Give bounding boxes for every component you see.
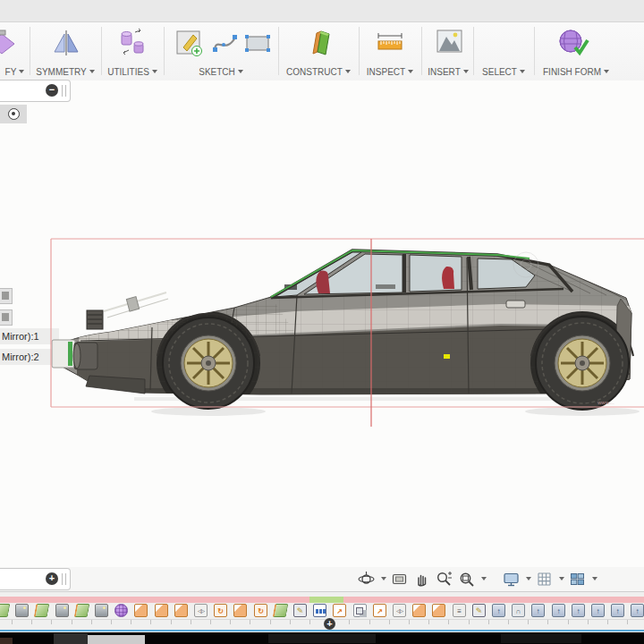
- car-glasshouse[interactable]: [271, 250, 572, 298]
- timeline-feature-stitch[interactable]: [453, 604, 466, 617]
- timeline-feature-extrude[interactable]: [552, 604, 565, 617]
- timeline-feature-fillet[interactable]: [512, 604, 525, 617]
- timeline-playhead[interactable]: +: [324, 618, 335, 630]
- zoom-icon[interactable]: [434, 569, 453, 589]
- model-viewport[interactable]: − Mirror):1 Mirror):2: [0, 80, 644, 567]
- timeline-feature-corner[interactable]: [233, 604, 247, 617]
- timeline-feature-canvas[interactable]: [95, 604, 108, 617]
- car-model-canvas[interactable]: www…: [0, 80, 644, 567]
- timeline-feature-corner[interactable]: [174, 604, 188, 617]
- look-at-icon[interactable]: [389, 569, 409, 589]
- toolbar-group-modify[interactable]: FY: [0, 22, 30, 80]
- toolbar-group-label[interactable]: SELECT: [476, 67, 531, 77]
- toolbar-group-symmetry[interactable]: SYMMETRY: [32, 22, 98, 80]
- timeline-feature-plane[interactable]: [0, 604, 10, 617]
- timeline-feature-plane[interactable]: [34, 604, 50, 617]
- timeline-feature-canvas[interactable]: [15, 604, 29, 617]
- timeline-tick: [91, 620, 92, 624]
- navigation-toolbar: [356, 569, 597, 589]
- timeline-feature-sketch[interactable]: [472, 604, 486, 617]
- timeline-feature-combine[interactable]: [353, 604, 367, 617]
- timeline-feature-corner[interactable]: [432, 604, 445, 617]
- timeline-expand-pill[interactable]: +: [0, 568, 71, 590]
- toolbar-separator: [421, 27, 422, 75]
- timeline-tick: [171, 620, 172, 624]
- edit-form-icon[interactable]: [0, 29, 16, 61]
- construction-plane-icon[interactable]: [306, 27, 335, 63]
- fit-view-icon[interactable]: [456, 569, 476, 589]
- timeline-panel: +: [0, 592, 644, 632]
- toolbar-group-label[interactable]: INSERT: [424, 67, 472, 77]
- front-wheel[interactable]: [163, 318, 254, 409]
- timeline-feature-corner[interactable]: [155, 604, 168, 617]
- symmetry-icon[interactable]: [51, 27, 81, 63]
- toolbar-group-label[interactable]: FY: [0, 67, 30, 77]
- panel-grip[interactable]: [62, 573, 66, 585]
- dropdown-caret[interactable]: [381, 577, 386, 580]
- timeline-feature-mirror[interactable]: [393, 604, 406, 617]
- timeline-feature-extrude[interactable]: [591, 604, 605, 617]
- timeline-feature-corner[interactable]: [134, 604, 148, 617]
- timeline-feature-plane[interactable]: [273, 604, 289, 617]
- timeline-feature-revolve[interactable]: [214, 604, 227, 617]
- rear-wheel[interactable]: [536, 317, 629, 410]
- timeline-tick: [568, 620, 569, 624]
- toolbar-group-construct[interactable]: CONSTRUCT: [281, 22, 356, 80]
- dropdown-caret[interactable]: [559, 577, 564, 580]
- toolbar-group-utilities[interactable]: UTILITIES: [104, 22, 161, 80]
- timeline-feature-form[interactable]: [114, 604, 128, 617]
- timeline-tick: [547, 620, 548, 624]
- timeline-feature-mirror[interactable]: [194, 604, 208, 617]
- viewports-icon[interactable]: [567, 569, 587, 589]
- door-handle[interactable]: [506, 301, 525, 308]
- display-settings-icon[interactable]: [501, 569, 521, 589]
- timeline-feature-extrude[interactable]: [492, 604, 505, 617]
- grid-snap-icon[interactable]: [534, 569, 554, 589]
- timeline-feature-extrude[interactable]: [572, 604, 585, 617]
- dropdown-caret: [520, 70, 525, 73]
- toolbar-group-label[interactable]: CONSTRUCT: [281, 67, 356, 77]
- timeline-tick: [389, 620, 390, 624]
- toolbar-group-label[interactable]: FINISH FORM: [537, 67, 615, 77]
- timeline-feature-plane[interactable]: [74, 604, 90, 617]
- selected-point[interactable]: [444, 354, 450, 359]
- toolbar-group-finish-form[interactable]: FINISH FORM: [537, 22, 615, 80]
- timeline-feature-extrude[interactable]: [531, 604, 545, 617]
- timeline-feature-revolve[interactable]: [254, 604, 267, 617]
- timeline-feature-extrude[interactable]: [631, 604, 644, 617]
- toolbar-group-label[interactable]: SKETCH: [166, 67, 275, 77]
- dropdown-caret[interactable]: [481, 577, 487, 580]
- timeline-feature-pattern[interactable]: [313, 604, 326, 617]
- dropdown-caret[interactable]: [592, 577, 597, 580]
- timeline-feature-canvas[interactable]: [55, 604, 69, 617]
- timeline-feature-pull[interactable]: [333, 604, 346, 617]
- rectangle-sketch-icon[interactable]: [243, 33, 272, 58]
- toolbar-group-inspect[interactable]: INSPECT: [361, 22, 419, 80]
- toolbar-group-label[interactable]: INSPECT: [361, 67, 419, 77]
- orbit-icon[interactable]: [356, 569, 376, 589]
- bumper-green-highlight: [68, 342, 72, 366]
- timeline-feature-pull[interactable]: [373, 604, 386, 617]
- insert-image-icon[interactable]: [434, 27, 464, 61]
- toolbar-group-insert[interactable]: INSERT: [424, 22, 472, 80]
- finish-form-icon[interactable]: [556, 27, 592, 63]
- timeline-ruler[interactable]: [0, 619, 644, 627]
- dropdown-caret: [89, 70, 95, 73]
- timeline-feature-corner[interactable]: [412, 604, 426, 617]
- timeline-tick: [428, 620, 429, 624]
- toolbar-group-label[interactable]: SYMMETRY: [32, 67, 98, 77]
- pan-icon[interactable]: [411, 569, 431, 589]
- measure-icon[interactable]: [375, 30, 405, 57]
- expand-icon[interactable]: +: [46, 572, 58, 585]
- utilities-icon[interactable]: [116, 27, 148, 63]
- timeline-tick: [111, 620, 112, 624]
- toolbar-group-select[interactable]: SELECT: [476, 22, 531, 80]
- create-sketch-icon[interactable]: [174, 27, 204, 63]
- dropdown-caret[interactable]: [526, 577, 531, 580]
- spline-icon[interactable]: [211, 31, 240, 58]
- toolbar-group-sketch[interactable]: SKETCH: [166, 22, 275, 80]
- timeline-feature-extrude[interactable]: [611, 604, 624, 617]
- dropdown-caret: [152, 70, 157, 73]
- timeline-feature-sketch[interactable]: [293, 604, 307, 617]
- toolbar-group-label[interactable]: UTILITIES: [104, 67, 161, 77]
